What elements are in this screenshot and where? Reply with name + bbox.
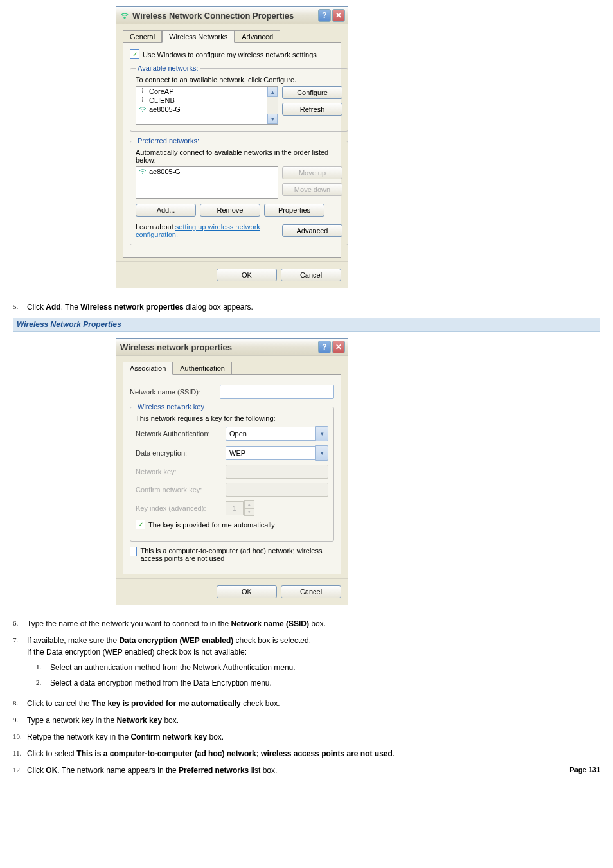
preferred-hint: Automatically connect to available netwo…: [136, 148, 342, 164]
svg-point-4: [142, 173, 143, 174]
spin-up-button: ▴: [244, 500, 254, 508]
ok-button[interactable]: OK: [217, 269, 277, 281]
auth-select[interactable]: Open: [226, 427, 315, 441]
antenna-icon: [139, 88, 147, 94]
wireless-app-icon: [120, 11, 129, 20]
remove-button[interactable]: Remove: [200, 204, 260, 217]
configure-button[interactable]: Configure: [282, 86, 342, 99]
network-item: CoreAP: [136, 87, 278, 96]
key-index-input: 1: [226, 501, 244, 515]
network-item: ae8005-G: [136, 167, 278, 176]
available-networks-group: Available networks: To connect to an ava…: [130, 64, 348, 132]
preferred-networks-list[interactable]: ae8005-G: [136, 166, 278, 199]
confirm-key-input: [226, 483, 328, 497]
close-button[interactable]: ✕: [332, 341, 345, 353]
tab-general[interactable]: General: [123, 30, 162, 43]
titlebar: Wireless network properties ? ✕: [116, 339, 348, 356]
step-9: Type a network key in the Network key bo…: [27, 714, 179, 726]
tab-wireless-networks[interactable]: Wireless Networks: [162, 30, 235, 43]
encryption-select[interactable]: WEP: [226, 446, 315, 460]
wireless-connection-properties-dialog: Wireless Network Connection Properties ?…: [116, 6, 348, 288]
auto-key-label: The key is provided for me automatically: [148, 521, 275, 529]
step-7: If available, make sure the Data encrypt…: [27, 635, 311, 693]
close-button[interactable]: ✕: [332, 9, 345, 22]
antenna-icon: [139, 97, 147, 103]
tab-authentication[interactable]: Authentication: [173, 362, 232, 375]
dialog-title: Wireless Network Connection Properties: [132, 11, 294, 21]
adhoc-label: This is a computer-to-computer (ad hoc) …: [140, 547, 334, 562]
step-10: Retype the network key in the Confirm ne…: [27, 731, 224, 743]
ok-button[interactable]: OK: [217, 585, 277, 598]
wireless-key-legend: Wireless network key: [136, 403, 206, 411]
wireless-network-properties-dialog: Wireless network properties ? ✕ Associat…: [116, 338, 348, 605]
auto-key-checkbox[interactable]: ✓: [136, 520, 145, 529]
chevron-down-icon[interactable]: ▾: [315, 426, 328, 441]
svg-point-2: [142, 97, 143, 98]
network-item: CLIENB: [136, 96, 278, 105]
step-7-2: Select a data encryption method from the…: [50, 677, 272, 689]
preferred-networks-group: Preferred networks: Automatically connec…: [130, 137, 348, 245]
wireless-key-group: Wireless network key This network requir…: [130, 403, 334, 542]
available-networks-legend: Available networks:: [136, 64, 200, 72]
section-heading: Wireless Network Properties: [13, 318, 600, 332]
auth-label: Network Authentication:: [136, 430, 226, 438]
key-index-label: Key index (advanced):: [136, 504, 226, 512]
step-7-1: Select an authentication method from the…: [50, 662, 296, 673]
confirm-key-label: Confirm network key:: [136, 486, 226, 493]
titlebar: Wireless Network Connection Properties ?…: [116, 7, 348, 24]
chevron-down-icon[interactable]: ▾: [315, 445, 328, 461]
scroll-up-button[interactable]: ▴: [267, 87, 278, 97]
available-networks-list[interactable]: CoreAP CLIENB ae8005-G ▴ ▾: [136, 86, 278, 125]
help-button[interactable]: ?: [318, 341, 331, 353]
preferred-networks-legend: Preferred networks:: [136, 137, 201, 145]
network-key-input: [226, 465, 328, 479]
wifi-icon: [139, 106, 147, 112]
help-button[interactable]: ?: [318, 9, 331, 22]
network-key-label: Network key:: [136, 468, 226, 475]
cancel-button[interactable]: Cancel: [281, 585, 341, 598]
dialog-title: Wireless network properties: [120, 342, 232, 352]
scrollbar[interactable]: ▴ ▾: [267, 87, 278, 124]
network-item: ae8005-G: [136, 105, 278, 114]
svg-point-0: [123, 17, 126, 19]
tab-association[interactable]: Association: [123, 362, 173, 375]
svg-point-3: [142, 111, 143, 112]
svg-point-1: [142, 88, 143, 89]
available-hint: To connect to an available network, clic…: [136, 76, 342, 84]
add-button[interactable]: Add...: [136, 204, 196, 217]
step-6: Type the name of the network you want to…: [27, 618, 326, 630]
use-windows-checkbox[interactable]: ✓: [130, 49, 139, 59]
key-hint: This network requires a key for the foll…: [136, 414, 328, 422]
cancel-button[interactable]: Cancel: [281, 269, 341, 281]
advanced-button[interactable]: Advanced: [282, 224, 342, 237]
tabstrip: Association Authentication: [123, 361, 341, 374]
tab-panel: Network name (SSID): Wireless network ke…: [123, 374, 341, 574]
tabstrip: General Wireless Networks Advanced: [123, 30, 341, 42]
page-number: Page 131: [569, 765, 600, 775]
encryption-label: Data encryption:: [136, 449, 226, 457]
scroll-down-button[interactable]: ▾: [267, 114, 278, 124]
step-12: Click OK. The network name appears in th…: [27, 765, 569, 776]
tab-advanced[interactable]: Advanced: [235, 30, 280, 43]
tab-panel: ✓ Use Windows to configure my wireless n…: [123, 42, 341, 258]
step-11: Click to select This is a computer-to-co…: [27, 748, 395, 759]
learn-text: Learn about setting up wireless network …: [136, 223, 282, 238]
step-8: Click to cancel the The key is provided …: [27, 698, 280, 709]
properties-button[interactable]: Properties: [264, 204, 324, 217]
adhoc-checkbox[interactable]: ✓: [130, 547, 137, 556]
ssid-label: Network name (SSID):: [130, 388, 220, 396]
ssid-input[interactable]: [220, 385, 334, 399]
wifi-icon: [139, 168, 147, 175]
refresh-button[interactable]: Refresh: [282, 103, 342, 116]
move-down-button[interactable]: Move down: [282, 183, 342, 196]
spin-down-button: ▾: [244, 508, 254, 516]
use-windows-label: Use Windows to configure my wireless net…: [143, 51, 317, 58]
step-5: Click Add. The Wireless network properti…: [27, 301, 253, 313]
move-up-button[interactable]: Move up: [282, 166, 342, 179]
